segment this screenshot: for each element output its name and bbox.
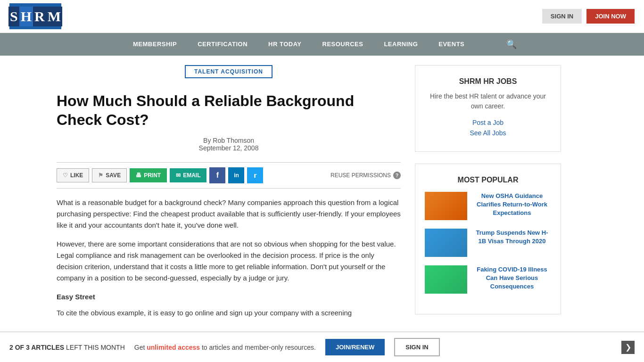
popular-item-3-image bbox=[425, 265, 467, 294]
twitter-icon: 𝕣 bbox=[254, 172, 256, 179]
twitter-share-button[interactable]: 𝕣 bbox=[247, 167, 263, 183]
popular-item-1-image bbox=[425, 192, 467, 220]
save-label: SAVE bbox=[106, 172, 121, 179]
tag-talent-acquisition[interactable]: TALENT ACQUISITION bbox=[185, 65, 272, 78]
article-date: September 12, 2008 bbox=[57, 144, 401, 152]
nav-item-events[interactable]: EVENTS bbox=[428, 33, 475, 56]
header: S H R M SIGN IN JOIN NOW bbox=[0, 0, 644, 33]
article-paragraph-1: What is a reasonable budget for a backgr… bbox=[57, 197, 401, 231]
sidebar: SHRM HR JOBS Hire the best HR talent or … bbox=[415, 65, 561, 326]
bottom-bar-message: Get unlimited access to articles and mem… bbox=[134, 344, 316, 351]
help-icon: ? bbox=[393, 172, 401, 179]
nav-item-certification[interactable]: CERTIFICATION bbox=[187, 33, 258, 56]
print-label: PRINT bbox=[144, 172, 161, 179]
jobs-card-desc: Hire the best HR talent or advance your … bbox=[425, 91, 551, 111]
save-button[interactable]: ⚑ SAVE bbox=[92, 168, 127, 182]
jobs-card: SHRM HR JOBS Hire the best HR talent or … bbox=[415, 65, 561, 152]
nav-item-hr-today[interactable]: HR TODAY bbox=[258, 33, 312, 56]
like-label: LIKE bbox=[70, 172, 83, 179]
popular-item-2-image bbox=[425, 229, 467, 257]
articles-count-text: 2 OF 3 ARTICLES bbox=[9, 344, 64, 351]
print-button[interactable]: 🖶 PRINT bbox=[130, 168, 167, 182]
section-heading-easy-street: Easy Street bbox=[57, 291, 401, 303]
popular-item-2-link[interactable]: Trump Suspends New H-1B Visas Through 20… bbox=[473, 229, 551, 246]
most-popular-title: MOST POPULAR bbox=[425, 176, 551, 184]
post-job-link[interactable]: Post a Job bbox=[425, 119, 551, 126]
nav-item-learning[interactable]: LEARNING bbox=[373, 33, 428, 56]
reuse-permissions-label: REUSE PERMISSIONS bbox=[330, 172, 391, 179]
join-now-button[interactable]: JOIN NOW bbox=[586, 9, 635, 24]
sign-in-bar-button[interactable]: SIGN IN bbox=[394, 338, 439, 356]
popular-item-1-link[interactable]: New OSHA Guidance Clarifies Return-to-Wo… bbox=[473, 192, 551, 218]
article-body: What is a reasonable budget for a backgr… bbox=[57, 197, 401, 319]
unlimited-access-link[interactable]: unlimited access bbox=[147, 344, 200, 351]
linkedin-share-button[interactable]: in bbox=[228, 167, 244, 183]
bookmark-icon: ⚑ bbox=[98, 172, 103, 179]
sign-in-button[interactable]: SIGN IN bbox=[542, 9, 582, 24]
facebook-icon: f bbox=[216, 171, 219, 180]
popular-item-3: Faking COVID-19 Illness Can Have Serious… bbox=[425, 265, 551, 294]
most-popular-card: MOST POPULAR New OSHA Guidance Clarifies… bbox=[415, 164, 561, 314]
content-area: TALENT ACQUISITION How Much Should a Rel… bbox=[57, 65, 401, 326]
print-icon: 🖶 bbox=[136, 172, 141, 179]
article-meta: By Rob Thomson September 12, 2008 bbox=[57, 137, 401, 152]
main-nav: MEMBERSHIP CERTIFICATION HR TODAY RESOUR… bbox=[0, 33, 644, 56]
facebook-share-button[interactable]: f bbox=[209, 167, 225, 183]
heart-icon: ♡ bbox=[63, 172, 68, 179]
collapse-bar-button[interactable]: ❯ bbox=[621, 341, 635, 354]
join-renew-button[interactable]: JOIN/RENEW bbox=[325, 339, 385, 355]
jobs-card-title: SHRM HR JOBS bbox=[425, 77, 551, 86]
bottom-bar: 2 OF 3 ARTICLES LEFT THIS MONTH Get unli… bbox=[0, 331, 644, 362]
article-paragraph-2: However, there are some important consid… bbox=[57, 239, 401, 284]
linkedin-icon: in bbox=[234, 172, 239, 179]
articles-left-count: 2 OF 3 ARTICLES LEFT THIS MONTH bbox=[9, 344, 125, 351]
logo-container: S H R M bbox=[9, 3, 61, 29]
main-container: TALENT ACQUISITION How Much Should a Rel… bbox=[0, 56, 644, 336]
reuse-permissions[interactable]: REUSE PERMISSIONS ? bbox=[330, 172, 401, 179]
chevron-right-icon: ❯ bbox=[625, 343, 631, 352]
email-button[interactable]: ✉ EMAIL bbox=[170, 168, 206, 182]
nav-item-membership[interactable]: MEMBERSHIP bbox=[123, 33, 187, 56]
search-icon[interactable]: 🔍 bbox=[502, 39, 521, 49]
popular-item-3-link[interactable]: Faking COVID-19 Illness Can Have Serious… bbox=[473, 265, 551, 291]
article-author: By Rob Thomson bbox=[57, 137, 401, 144]
see-all-jobs-link[interactable]: See All Jobs bbox=[425, 129, 551, 137]
tag-area: TALENT ACQUISITION bbox=[57, 65, 401, 87]
articles-sub-text: LEFT THIS MONTH bbox=[66, 344, 125, 351]
popular-item-1: New OSHA Guidance Clarifies Return-to-Wo… bbox=[425, 192, 551, 220]
popular-item-2: Trump Suspends New H-1B Visas Through 20… bbox=[425, 229, 551, 257]
header-auth-buttons: SIGN IN JOIN NOW bbox=[542, 9, 635, 24]
like-button[interactable]: ♡ LIKE bbox=[57, 168, 89, 182]
article-paragraph-3: To cite the obvious example, it is easy … bbox=[57, 307, 401, 319]
email-icon: ✉ bbox=[176, 172, 181, 179]
action-bar: ♡ LIKE ⚑ SAVE 🖶 PRINT ✉ EMAIL f in bbox=[57, 162, 401, 189]
nav-item-resources[interactable]: RESOURCES bbox=[312, 33, 374, 56]
shrm-logo: S H R M bbox=[9, 3, 61, 29]
email-label: EMAIL bbox=[183, 172, 200, 179]
article-title: How Much Should a Reliable Background Ch… bbox=[57, 91, 401, 129]
